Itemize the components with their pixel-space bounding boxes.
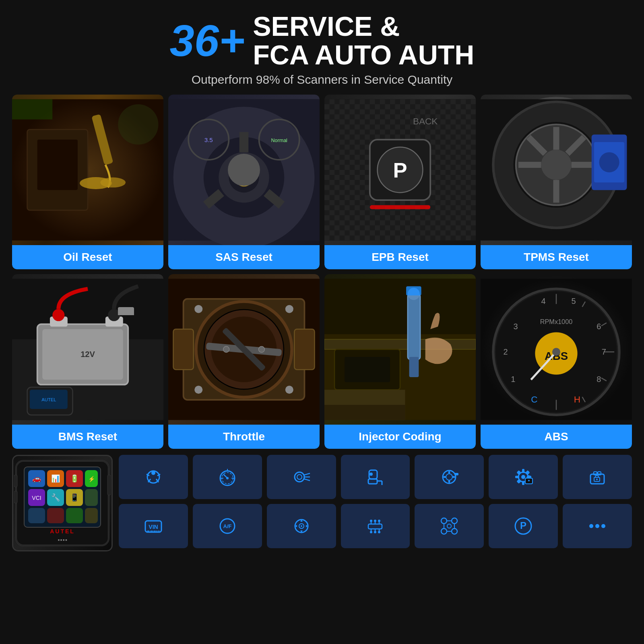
- bottom-section: 🚗 📊 🔋 ⚡ VCI 🔧 📱 AUTEL ■ ■ ■ ■: [12, 455, 632, 559]
- svg-text:📊: 📊: [51, 474, 60, 483]
- svg-point-206: [374, 520, 376, 522]
- svg-rect-77: [409, 357, 419, 377]
- svg-point-70: [194, 386, 202, 394]
- svg-point-19: [235, 168, 253, 186]
- svg-rect-166: [522, 481, 524, 485]
- svg-point-146: [226, 477, 229, 479]
- svg-point-208: [370, 531, 372, 533]
- svg-point-35: [541, 150, 571, 180]
- injector-image: [324, 274, 476, 425]
- svg-text:■ ■ ■ ■: ■ ■ ■ ■: [58, 539, 67, 541]
- svg-point-180: [596, 479, 598, 480]
- bms-reset-label: BMS Reset: [12, 425, 163, 449]
- svg-text:5: 5: [572, 297, 576, 305]
- svg-rect-162: [454, 473, 458, 475]
- svg-rect-125: [66, 508, 83, 523]
- svg-rect-122: [85, 489, 98, 506]
- svg-text:3.5: 3.5: [204, 136, 213, 143]
- svg-line-154: [304, 479, 310, 481]
- sas-reset-image: 3.5 Normal: [168, 95, 320, 245]
- svg-text:C: C: [531, 394, 537, 404]
- abs-image: 3 2 1 4 5 6 7 8 RPMx1000 ABS: [481, 274, 632, 425]
- icon-tpms: [119, 455, 188, 499]
- svg-point-44: [599, 152, 619, 172]
- svg-point-6: [118, 104, 158, 144]
- svg-point-106: [552, 348, 560, 356]
- tpms-reset-image: [481, 95, 632, 245]
- svg-point-65: [258, 346, 264, 352]
- svg-point-11: [229, 162, 259, 192]
- svg-rect-111: [14, 475, 17, 487]
- header: 36+ SERVICE & FCA AUTO AUTH Outperform 9…: [12, 12, 632, 87]
- svg-text:H: H: [574, 394, 580, 404]
- icon-seat: [341, 455, 410, 499]
- svg-rect-169: [517, 470, 521, 475]
- oil-reset-label: Oil Reset: [12, 245, 163, 269]
- svg-point-214: [452, 528, 457, 534]
- svg-rect-66: [173, 329, 194, 369]
- svg-rect-83: [324, 405, 405, 420]
- icon-park: P: [489, 504, 558, 548]
- icon-steering: [267, 504, 336, 548]
- svg-text:⚡: ⚡: [88, 476, 95, 483]
- svg-line-152: [304, 473, 310, 475]
- header-top: 36+ SERVICE & FCA AUTO AUTH: [170, 12, 475, 70]
- svg-point-64: [223, 346, 229, 352]
- icon-more[interactable]: [563, 504, 632, 548]
- tpms-reset-label: TPMS Reset: [481, 245, 632, 269]
- svg-point-209: [374, 531, 376, 533]
- svg-point-219: [447, 524, 451, 528]
- svg-text:📱: 📱: [70, 493, 79, 502]
- svg-rect-165: [522, 469, 524, 473]
- sas-reset-label: SAS Reset: [168, 245, 320, 269]
- svg-text:4: 4: [541, 297, 545, 305]
- svg-point-175: [528, 480, 530, 481]
- oil-reset-image: [12, 95, 163, 245]
- svg-point-164: [521, 475, 525, 479]
- svg-rect-29: [370, 205, 430, 209]
- card-bms-reset: 12V AUTEL BMS Reset: [12, 274, 163, 449]
- svg-text:1: 1: [511, 375, 515, 384]
- svg-rect-75: [324, 339, 476, 349]
- svg-rect-123: [28, 508, 45, 523]
- svg-rect-74: [324, 279, 476, 334]
- svg-point-68: [194, 305, 202, 313]
- svg-text:8: 8: [597, 375, 601, 384]
- svg-text:P: P: [393, 158, 407, 182]
- svg-point-51: [52, 309, 64, 321]
- abs-label: ABS: [481, 425, 632, 449]
- svg-point-69: [285, 305, 293, 313]
- svg-point-150: [295, 472, 304, 482]
- card-abs: 3 2 1 4 5 6 7 8 RPMx1000 ABS: [481, 274, 632, 449]
- injector-label: Injector Coding: [324, 425, 476, 449]
- svg-text:🚗: 🚗: [32, 474, 41, 483]
- svg-point-4: [100, 178, 126, 188]
- card-sas-reset: 3.5 Normal SAS Reset: [168, 95, 320, 269]
- svg-text:6: 6: [597, 322, 601, 331]
- svg-point-212: [452, 518, 457, 524]
- icon-trans: [341, 504, 410, 548]
- svg-text:RPMx1000: RPMx1000: [540, 318, 573, 325]
- icons-grid: VIN A/F: [119, 455, 632, 548]
- service-count: 36+: [170, 19, 245, 63]
- svg-point-205: [370, 520, 372, 522]
- svg-text:AUTEL: AUTEL: [50, 528, 75, 535]
- device-image: 🚗 📊 🔋 ⚡ VCI 🔧 📱 AUTEL ■ ■ ■ ■: [12, 455, 113, 551]
- card-tpms-reset: TPMS Reset: [481, 95, 632, 269]
- svg-point-222: [589, 524, 593, 528]
- svg-point-161: [446, 474, 452, 480]
- throttle-label: Throttle: [168, 425, 320, 449]
- svg-rect-171: [517, 479, 521, 483]
- svg-text:2: 2: [503, 347, 508, 356]
- svg-text:🔋: 🔋: [70, 474, 79, 483]
- svg-text:🔧: 🔧: [51, 493, 60, 502]
- svg-rect-113: [107, 475, 111, 495]
- page-wrapper: 36+ SERVICE & FCA AUTO AUTH Outperform 9…: [0, 0, 644, 644]
- svg-point-213: [441, 528, 447, 534]
- icon-vin: VIN: [119, 504, 188, 548]
- icon-4wd: [415, 504, 484, 548]
- epb-reset-label: EPB Reset: [324, 245, 476, 269]
- svg-text:3: 3: [513, 322, 518, 331]
- throttle-image: [168, 274, 320, 425]
- svg-rect-198: [368, 524, 382, 529]
